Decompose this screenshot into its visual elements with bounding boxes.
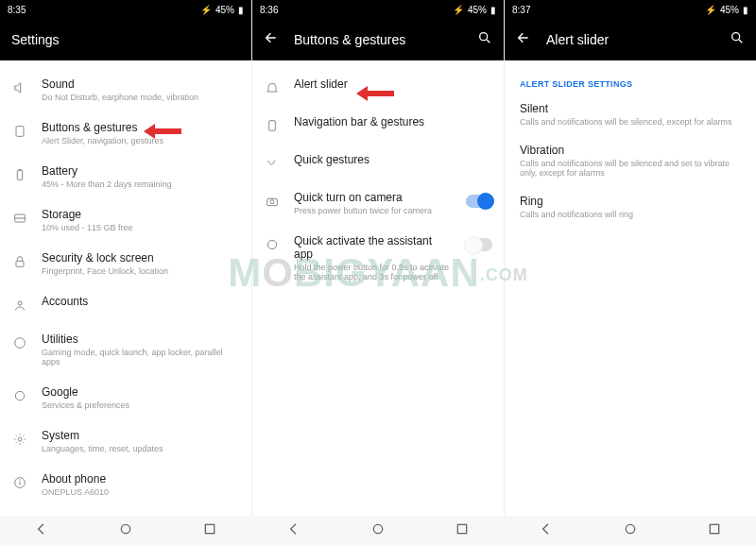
svg-rect-1 (17, 170, 22, 179)
nav-home[interactable] (118, 521, 133, 540)
item-quick-gestures[interactable]: Quick gestures (252, 144, 504, 181)
nav-back[interactable] (539, 521, 554, 540)
page-title: Alert slider (546, 32, 714, 47)
nav-home[interactable] (623, 521, 638, 540)
svg-line-20 (739, 40, 742, 43)
item-buttons-gestures[interactable]: Buttons & gesturesAlert Slider, navigati… (0, 111, 251, 155)
item-nav-gestures[interactable]: Navigation bar & gestures (252, 106, 504, 144)
battery-icon (11, 166, 28, 183)
svg-point-21 (122, 524, 130, 533)
svg-rect-0 (16, 127, 24, 137)
svg-point-13 (480, 33, 488, 41)
item-security[interactable]: Security & lock screenFingerprint, Face … (0, 242, 251, 285)
section-header: ALERT SLIDER SETTINGS (505, 68, 756, 94)
svg-line-14 (487, 40, 490, 43)
header: Buttons & gestures (252, 19, 504, 60)
item-ring[interactable]: RingCalls and notifications will ring (505, 187, 756, 229)
phone-settings: 8:35 ⚡45%▮ Settings SoundDo Not Disturb,… (0, 0, 252, 516)
content: ALERT SLIDER SETTINGS SilentCalls and no… (505, 60, 756, 516)
status-time: 8:36 (260, 5, 278, 15)
status-bar: 8:35 ⚡45%▮ (0, 0, 251, 19)
item-utilities[interactable]: UtilitiesGaming mode, quick launch, app … (0, 323, 251, 376)
search-button[interactable] (477, 30, 492, 49)
item-silent[interactable]: SilentCalls and notifications will be si… (505, 94, 756, 136)
nav-recent[interactable] (202, 521, 217, 540)
content: Alert slider Navigation bar & gestures Q… (252, 60, 504, 516)
status-bar: 8:36 ⚡45%▮ (252, 0, 504, 19)
status-time: 8:37 (512, 5, 530, 15)
assistant-toggle[interactable] (466, 238, 492, 251)
camera-icon (264, 193, 281, 210)
item-about[interactable]: About phoneONEPLUS A6010 (0, 463, 251, 506)
system-icon (11, 431, 28, 448)
info-icon (11, 474, 28, 491)
back-button[interactable] (264, 30, 279, 49)
svg-point-17 (270, 200, 274, 204)
page-title: Settings (11, 32, 240, 47)
nav-recent[interactable] (707, 521, 722, 540)
status-time: 8:35 (8, 5, 26, 15)
google-icon (11, 387, 28, 404)
nav-recent[interactable] (455, 521, 470, 540)
nav-back[interactable] (286, 521, 301, 540)
svg-rect-2 (19, 169, 22, 170)
camera-toggle[interactable] (466, 195, 492, 208)
item-assistant[interactable]: Quick activate the assistant appHold the… (252, 225, 504, 291)
nav-home[interactable] (370, 521, 386, 540)
bell-icon (264, 79, 281, 96)
phone-buttons-gestures: 8:36 ⚡45%▮ Buttons & gestures Alert slid… (252, 0, 505, 516)
back-button[interactable] (516, 30, 531, 49)
item-system[interactable]: SystemLanguages, time, reset, updates (0, 419, 251, 463)
svg-point-8 (15, 391, 24, 400)
nav-back[interactable] (34, 521, 49, 540)
item-vibration[interactable]: VibrationCalls and notifications will be… (505, 136, 756, 187)
item-sound[interactable]: SoundDo Not Disturb, earphone mode, vibr… (0, 68, 251, 111)
content: SoundDo Not Disturb, earphone mode, vibr… (0, 60, 251, 516)
header: Settings (0, 19, 251, 60)
search-button[interactable] (730, 30, 745, 49)
android-navbar (0, 516, 756, 546)
status-bar: 8:37 ⚡45%▮ (505, 0, 756, 19)
storage-icon (11, 210, 28, 227)
phone-alert-slider: 8:37 ⚡45%▮ Alert slider ALERT SLIDER SET… (505, 0, 756, 516)
svg-point-12 (19, 479, 20, 480)
assistant-icon (264, 236, 281, 253)
item-battery[interactable]: Battery45% - More than 2 days remaining (0, 155, 251, 198)
svg-point-9 (18, 437, 22, 441)
utilities-icon (11, 334, 28, 351)
gestures-icon (11, 123, 28, 140)
gesture-icon (264, 155, 281, 172)
svg-rect-5 (16, 261, 24, 266)
svg-rect-15 (269, 121, 276, 131)
svg-point-25 (626, 524, 634, 533)
accounts-icon (11, 297, 28, 314)
svg-rect-24 (457, 524, 466, 533)
status-icons: ⚡45%▮ (200, 5, 244, 15)
phone-icon (264, 117, 281, 134)
item-accounts[interactable]: Accounts (0, 285, 251, 323)
svg-point-19 (732, 33, 740, 41)
sound-icon (11, 79, 28, 96)
highlight-arrow (144, 125, 181, 138)
svg-rect-26 (710, 524, 718, 533)
header: Alert slider (505, 19, 756, 60)
item-quick-camera[interactable]: Quick turn on cameraPress power button t… (252, 181, 504, 225)
svg-point-6 (18, 301, 22, 305)
svg-point-18 (267, 240, 276, 248)
item-storage[interactable]: Storage10% used - 115 GB free (0, 198, 251, 242)
svg-rect-22 (206, 524, 215, 533)
status-icons: ⚡45%▮ (453, 5, 496, 15)
svg-point-7 (15, 338, 26, 349)
lock-icon (11, 253, 28, 270)
item-google[interactable]: GoogleServices & preferences (0, 376, 251, 419)
svg-point-23 (373, 524, 382, 533)
status-icons: ⚡45%▮ (705, 5, 748, 15)
page-title: Buttons & gestures (294, 32, 462, 47)
highlight-arrow (356, 87, 394, 100)
